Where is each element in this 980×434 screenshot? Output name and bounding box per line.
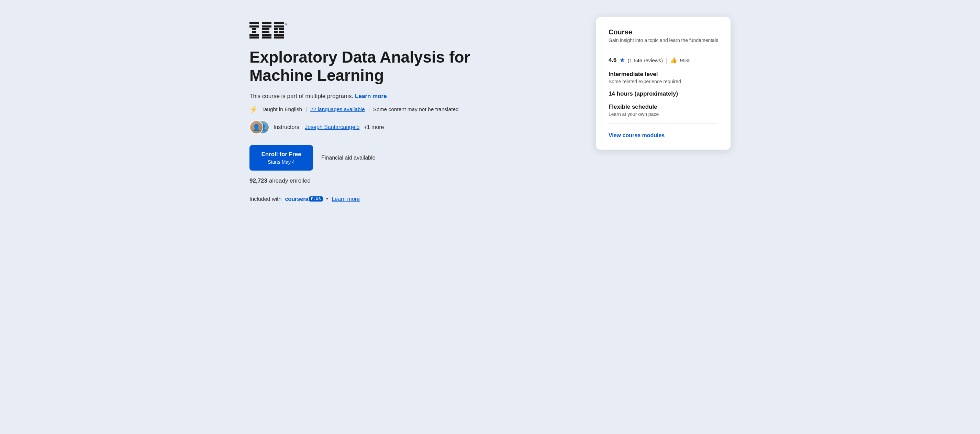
rating-number: 4.6 (609, 57, 617, 64)
level-title: Intermediate level (609, 71, 718, 78)
card-divider-1 (609, 50, 718, 50)
ibm-logo: ® (250, 21, 531, 38)
svg-rect-7 (262, 26, 272, 27)
enroll-starts-label: Starts May 4 (259, 159, 304, 165)
svg-rect-11 (262, 37, 272, 38)
coursera-plus-badge: PLUS (309, 196, 323, 201)
svg-rect-6 (262, 22, 272, 24)
reviews-text: (1,646 reviews) (628, 57, 663, 63)
enroll-button[interactable]: Enroll for Free Starts May 4 (250, 145, 313, 171)
enrolled-count: 92,723 already enrolled (250, 177, 531, 184)
schedule-title: Flexible schedule (609, 104, 718, 110)
enroll-button-label: Enroll for Free (261, 151, 301, 158)
svg-rect-5 (250, 37, 259, 38)
rating-row: 4.6 ★ (1,646 reviews) | 👍 95% (609, 56, 718, 64)
course-info-card: Course Gain insight into a topic and lea… (596, 17, 730, 150)
level-sub: Some related experience required (609, 79, 718, 84)
svg-rect-9 (262, 31, 269, 33)
svg-rect-19 (274, 37, 284, 38)
included-label: Included with (250, 196, 282, 202)
included-learn-more-link[interactable]: Learn more (332, 196, 360, 202)
coursera-text: coursera (285, 196, 308, 203)
programs-text: This course is part of multiple programs… (250, 93, 531, 100)
enrolled-number: 92,723 (250, 177, 267, 184)
programs-learn-more-link[interactable]: Learn more (355, 93, 387, 99)
svg-rect-3 (252, 31, 256, 33)
translation-note: Some content may not be translated (373, 106, 459, 112)
svg-rect-14 (274, 28, 278, 30)
schedule-section: Flexible schedule Learn at your own pace (609, 104, 718, 117)
enrolled-label: already enrolled (269, 177, 311, 184)
course-title: Exploratory Data Analysis for Machine Le… (250, 48, 531, 85)
card-subtitle: Gain insight into a topic and learn the … (609, 37, 718, 43)
schedule-sub: Learn at your own pace (609, 112, 718, 117)
translate-icon: ⚡ (250, 105, 258, 113)
star-icon: ★ (620, 56, 625, 64)
svg-rect-8 (262, 28, 269, 30)
dot-separator: • (326, 195, 328, 203)
language-row: ⚡ Taught in English | 22 languages avail… (250, 105, 531, 113)
instructor-name-link[interactable]: Joseph Santarcangelo (305, 124, 360, 130)
svg-rect-10 (262, 34, 272, 36)
page-container: ® Exploratory Data Analysis for Machine … (250, 14, 730, 203)
svg-rect-18 (274, 34, 284, 36)
pipe-separator: | (666, 57, 667, 64)
avatar-1: 👤 (250, 120, 263, 134)
coursera-logo: coursera PLUS (285, 196, 323, 203)
languages-available-link[interactable]: 22 languages available (310, 106, 365, 112)
view-modules-link[interactable]: View course modules (609, 132, 665, 139)
approval-percent: 95% (680, 57, 690, 63)
svg-rect-1 (250, 26, 259, 27)
left-section: ® Exploratory Data Analysis for Machine … (250, 14, 531, 203)
svg-rect-2 (252, 28, 256, 30)
taught-in: Taught in English (261, 106, 302, 112)
thumbs-up-icon: 👍 (670, 57, 677, 64)
separator-1: | (305, 106, 307, 112)
avatar-face-1: 👤 (250, 121, 262, 133)
included-row: Included with coursera PLUS • Learn more (250, 195, 531, 203)
ibm-logo-svg: ® (250, 21, 294, 38)
duration-title: 14 hours (approximately) (609, 91, 718, 97)
card-type: Course (609, 28, 718, 36)
duration-section: 14 hours (approximately) (609, 91, 718, 97)
svg-text:®: ® (285, 22, 288, 26)
svg-rect-16 (274, 31, 278, 33)
svg-rect-0 (250, 22, 259, 24)
instructor-extra: +1 more (364, 124, 384, 130)
enroll-section: Enroll for Free Starts May 4 Financial a… (250, 145, 531, 171)
svg-rect-12 (274, 22, 284, 24)
svg-rect-13 (274, 26, 284, 27)
svg-rect-15 (279, 28, 284, 30)
instructors-label: Instructors: (274, 124, 301, 130)
svg-rect-17 (279, 31, 284, 33)
avatar-group: 👤 👤 (250, 120, 269, 134)
instructors-row: 👤 👤 Instructors: Joseph Santarcangelo +1… (250, 120, 531, 134)
card-divider-2 (609, 123, 718, 123)
financial-aid-text: Financial aid available (321, 155, 375, 161)
level-section: Intermediate level Some related experien… (609, 71, 718, 84)
svg-rect-4 (250, 34, 259, 36)
separator-2: | (368, 106, 370, 112)
